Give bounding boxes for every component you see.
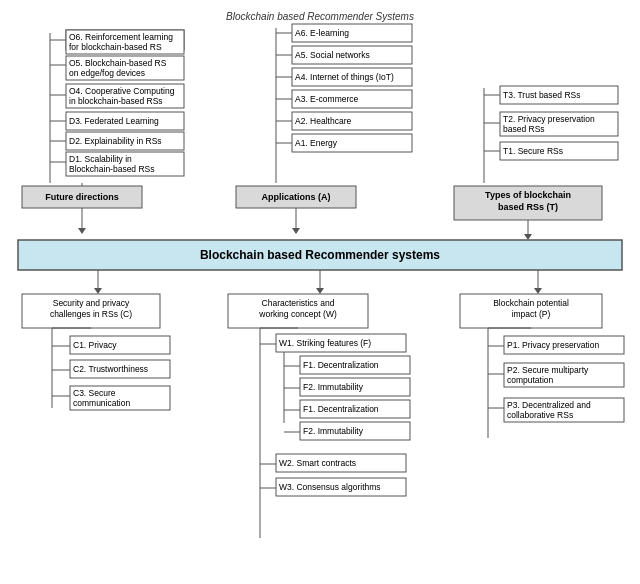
page-title: Blockchain based Recommender Systems (226, 11, 414, 22)
svg-text:A6. E-learning: A6. E-learning (295, 28, 349, 38)
svg-text:D1. Scalability in: D1. Scalability in (69, 154, 132, 164)
svg-text:W1. Striking features (F): W1. Striking features (F) (279, 338, 371, 348)
svg-text:P1. Privacy preservation: P1. Privacy preservation (507, 340, 599, 350)
svg-marker-67 (94, 288, 102, 294)
svg-text:F2. Immutability: F2. Immutability (303, 382, 364, 392)
svg-text:W3. Consensus algorithms: W3. Consensus algorithms (279, 482, 381, 492)
svg-text:O5. Blockchain-based RS: O5. Blockchain-based RS (69, 58, 167, 68)
svg-text:Blockchain-based RSs: Blockchain-based RSs (69, 164, 155, 174)
svg-text:D3. Federated Learning: D3. Federated Learning (69, 116, 159, 126)
svg-text:A4. Internet of things (IoT): A4. Internet of things (IoT) (295, 72, 394, 82)
main-box-label: Blockchain based Recommender systems (200, 248, 440, 262)
svg-text:F2. Immutability: F2. Immutability (303, 426, 364, 436)
svg-text:Characteristics and: Characteristics and (262, 298, 335, 308)
svg-marker-64 (524, 234, 532, 240)
svg-text:in blockchain-based RSs: in blockchain-based RSs (69, 96, 163, 106)
bottom-center-label: working concept (W) (258, 309, 337, 319)
diagram-svg: Blockchain based Recommender Systems O6.… (8, 8, 632, 578)
healthcare-item: A2. Healthcare (295, 116, 351, 126)
future-directions-label: Future directions (45, 192, 119, 202)
svg-text:T2. Privacy preservation: T2. Privacy preservation (503, 114, 595, 124)
svg-text:F1. Decentralization: F1. Decentralization (303, 360, 379, 370)
svg-marker-71 (534, 288, 542, 294)
svg-text:T1. Secure RSs: T1. Secure RSs (503, 146, 563, 156)
svg-marker-69 (316, 288, 324, 294)
svg-text:O6. Reinforcement learning: O6. Reinforcement learning (69, 32, 173, 42)
svg-text:F1. Decentralization: F1. Decentralization (303, 404, 379, 414)
svg-text:based RSs: based RSs (503, 124, 545, 134)
svg-text:C2. Trustworthiness: C2. Trustworthiness (73, 364, 148, 374)
svg-text:A3. E-commerce: A3. E-commerce (295, 94, 359, 104)
svg-text:O4. Cooperative Computing: O4. Cooperative Computing (69, 86, 175, 96)
svg-text:Blockchain potential: Blockchain potential (493, 298, 569, 308)
svg-text:C3. Secure: C3. Secure (73, 388, 116, 398)
svg-text:W2. Smart contracts: W2. Smart contracts (279, 458, 356, 468)
svg-text:D2. Explainability in RSs: D2. Explainability in RSs (69, 136, 162, 146)
svg-text:T3. Trust based RSs: T3. Trust based RSs (503, 90, 580, 100)
svg-marker-49 (292, 228, 300, 234)
applications-label: Applications (A) (262, 192, 331, 202)
svg-text:collaborative RSs: collaborative RSs (507, 410, 573, 420)
bottom-left-label: challenges in RSs (C) (50, 309, 132, 319)
svg-text:A5. Social networks: A5. Social networks (295, 50, 370, 60)
svg-text:communication: communication (73, 398, 130, 408)
svg-text:P2. Secure multiparty: P2. Secure multiparty (507, 365, 589, 375)
svg-text:on edge/fog devices: on edge/fog devices (69, 68, 145, 78)
svg-text:Security and privacy: Security and privacy (53, 298, 130, 308)
svg-marker-28 (78, 228, 86, 234)
svg-text:A1. Energy: A1. Energy (295, 138, 338, 148)
types-label: based RSs (T) (498, 202, 558, 212)
svg-text:computation: computation (507, 375, 554, 385)
svg-text:Types of blockchain: Types of blockchain (485, 190, 571, 200)
bottom-right-label: impact (P) (512, 309, 551, 319)
svg-text:C1. Privacy: C1. Privacy (73, 340, 117, 350)
svg-text:for blockchain-based RS: for blockchain-based RS (69, 42, 162, 52)
svg-text:P3. Decentralized and: P3. Decentralized and (507, 400, 591, 410)
